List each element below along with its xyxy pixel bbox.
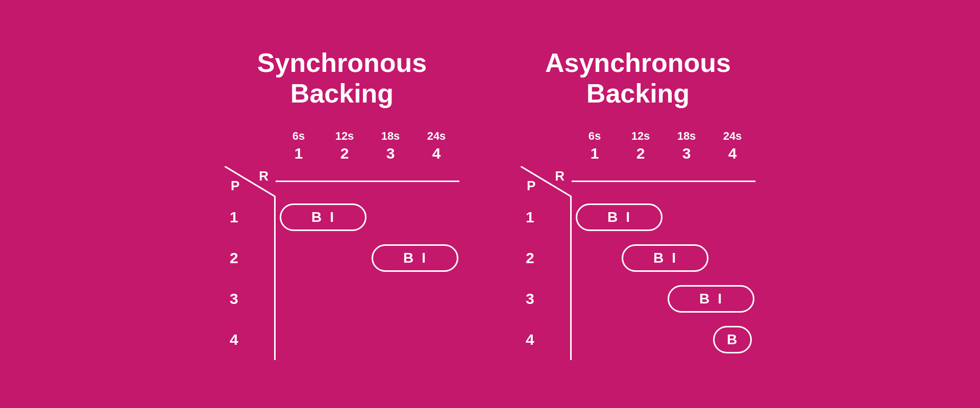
async-grid-row-3: B I	[572, 278, 755, 319]
async-corner-r: R	[555, 168, 565, 184]
sync-cell-3-3	[368, 278, 413, 319]
async-pill-2: B I	[622, 244, 708, 272]
async-pill-1: B I	[576, 203, 663, 231]
async-title-line1: Asynchronous	[545, 48, 731, 78]
sync-axis-row: R P	[225, 166, 459, 197]
sync-cell-1-3	[368, 197, 413, 238]
async-pill-1-i: I	[626, 209, 631, 225]
sync-cell-4-3	[368, 319, 413, 360]
async-cell-4-1	[572, 319, 618, 360]
sync-title-line1: Synchronous	[257, 48, 427, 78]
async-axis-row: R P	[521, 166, 755, 197]
sync-corner-p: P	[231, 178, 239, 194]
sync-pill-2-b: B	[403, 250, 414, 266]
sync-cell-4-2	[322, 319, 368, 360]
sync-col-headers: 6s 1 12s 2 18s 3 24s 4	[276, 130, 459, 162]
async-row-labels: 1 2 3 4	[521, 197, 572, 360]
sync-row-label-1: 1	[225, 197, 276, 238]
async-pill-4: B	[713, 326, 752, 353]
async-row-label-2: 2	[521, 238, 572, 278]
sync-cell-3-2	[322, 278, 368, 319]
async-col-time-3: 18s	[677, 130, 696, 143]
synchronous-title: Synchronous Backing	[257, 48, 427, 109]
sync-col-2: 12s 2	[322, 130, 368, 162]
sync-row-labels: 1 2 3 4	[225, 197, 276, 360]
async-col-headers: 6s 1 12s 2 18s 3 24s 4	[572, 130, 755, 162]
sync-col-num-1: 1	[295, 145, 303, 162]
sync-pill-1: B I	[280, 203, 366, 231]
async-col-num-2: 2	[636, 145, 645, 162]
async-cell-2-4	[709, 238, 755, 278]
async-grid: 6s 1 12s 2 18s 3 24s 4	[521, 130, 755, 360]
async-col-4: 24s 4	[709, 130, 755, 162]
async-cells: B I B I	[572, 197, 755, 360]
async-grid-row-1: B I	[572, 197, 755, 238]
async-cell-1-1: B I	[572, 197, 664, 238]
async-cell-4-2	[618, 319, 664, 360]
async-cell-3-3: B I	[664, 278, 755, 319]
async-col-time-2: 12s	[631, 130, 650, 143]
async-row-label-4: 4	[521, 319, 572, 360]
async-col-num-4: 4	[728, 145, 737, 162]
sync-row-label-3: 3	[225, 278, 276, 319]
sync-col-time-1: 6s	[292, 130, 305, 143]
sync-cell-2-3: B I	[368, 238, 459, 278]
async-grid-row-4: B	[572, 319, 755, 360]
async-pill-2-i: I	[672, 250, 677, 266]
sync-row-label-4: 4	[225, 319, 276, 360]
sync-h-line	[276, 181, 459, 182]
sync-cell-3-1	[276, 278, 322, 319]
async-pill-3-i: I	[718, 291, 723, 307]
sync-title-line2: Backing	[290, 79, 394, 108]
async-pill-3-b: B	[699, 291, 710, 307]
async-cell-4-3	[664, 319, 709, 360]
async-col-2: 12s 2	[618, 130, 664, 162]
sync-cell-3-4	[413, 278, 459, 319]
sync-pill-2: B I	[372, 244, 458, 272]
sync-col-1: 6s 1	[276, 130, 322, 162]
sync-col-num-4: 4	[432, 145, 441, 162]
asynchronous-title: Asynchronous Backing	[545, 48, 731, 109]
async-pill-4-b: B	[727, 332, 738, 348]
sync-grid-row-1: B I	[276, 197, 459, 238]
sync-pill-1-i: I	[330, 209, 335, 225]
async-pill-1-b: B	[607, 209, 619, 225]
sync-col-num-3: 3	[386, 145, 395, 162]
async-col-3: 18s 3	[664, 130, 709, 162]
async-title-line2: Backing	[586, 79, 690, 108]
sync-grid-row-4	[276, 319, 459, 360]
async-corner-p: P	[527, 178, 535, 194]
sync-cell-4-1	[276, 319, 322, 360]
async-col-time-4: 24s	[723, 130, 742, 143]
sync-col-time-3: 18s	[381, 130, 400, 143]
sync-cell-4-4	[413, 319, 459, 360]
sync-body: 1 2 3 4	[225, 197, 459, 360]
async-cell-2-1	[572, 238, 618, 278]
sync-grid-row-3	[276, 278, 459, 319]
sync-col-time-4: 24s	[427, 130, 446, 143]
async-cell-1-4	[709, 197, 755, 238]
async-col-num-3: 3	[682, 145, 691, 162]
async-row-label-1: 1	[521, 197, 572, 238]
sync-col-3: 18s 3	[368, 130, 413, 162]
async-grid-row-2: B I	[572, 238, 755, 278]
async-body: 1 2 3 4	[521, 197, 755, 360]
sync-cells: B I B I	[276, 197, 459, 360]
async-pill-3: B I	[668, 285, 754, 313]
async-cell-4-4: B	[709, 319, 755, 360]
sync-pill-2-i: I	[422, 250, 427, 266]
sync-cell-1-4	[413, 197, 459, 238]
async-corner: R P	[521, 166, 572, 197]
sync-cell-1-1: B I	[276, 197, 368, 238]
sync-corner-r: R	[259, 168, 268, 184]
sync-cell-2-2	[322, 238, 368, 278]
sync-grid-row-2: B I	[276, 238, 459, 278]
async-row-label-3: 3	[521, 278, 572, 319]
async-cell-3-2	[618, 278, 664, 319]
async-cell-1-3	[664, 197, 709, 238]
async-col-1: 6s 1	[572, 130, 618, 162]
sync-col-4: 24s 4	[413, 130, 459, 162]
sync-corner: R P	[225, 166, 276, 197]
async-cell-2-2: B I	[618, 238, 709, 278]
sync-grid: 6s 1 12s 2 18s 3 24s 4	[225, 130, 459, 360]
